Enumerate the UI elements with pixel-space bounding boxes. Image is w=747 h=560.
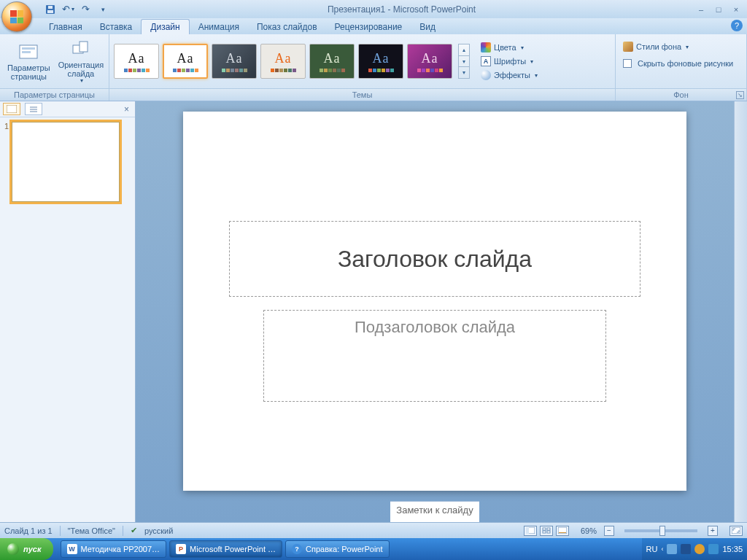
theme-thumb-4[interactable]: Aa [260, 44, 306, 79]
ribbon-tabs: Главная Вставка Дизайн Анимация Показ сл… [0, 18, 747, 34]
slide-editor[interactable]: Заголовок слайда Подзаголовок слайда Зам… [136, 101, 734, 522]
background-styles-button[interactable]: Стили фона▾ [620, 40, 692, 53]
tray-chevron-icon[interactable]: ‹ [661, 545, 663, 553]
svg-rect-1 [47, 10, 53, 13]
svg-rect-17 [547, 531, 550, 533]
status-bar: Слайд 1 из 1 "Тема Office" ✔ русский 69%… [0, 522, 747, 538]
tab-review[interactable]: Рецензирование [326, 20, 411, 34]
view-buttons [523, 526, 569, 536]
panel-close-button[interactable]: × [121, 104, 132, 114]
outline-tab[interactable] [25, 103, 42, 115]
restore-button[interactable]: □ [711, 4, 727, 15]
language-indicator[interactable]: русский [144, 526, 173, 535]
tab-insert[interactable]: Вставка [91, 20, 142, 34]
svg-rect-5 [22, 51, 31, 53]
zoom-percent[interactable]: 69% [581, 526, 597, 535]
tray-icon-4[interactable] [708, 544, 719, 554]
gallery-up-icon[interactable]: ▴ [459, 44, 469, 56]
slides-panel: × 1 [0, 101, 136, 522]
spellcheck-icon[interactable]: ✔ [131, 526, 137, 535]
window-controls: – □ × [693, 4, 744, 15]
qat-customize-icon[interactable]: ▾ [96, 3, 110, 16]
theme-name: "Тема Office" [68, 526, 115, 535]
thumbnail-list[interactable]: 1 [0, 117, 135, 522]
tab-home[interactable]: Главная [40, 20, 91, 34]
group-page-params-label: Параметры страницы [0, 88, 109, 101]
slides-tab[interactable] [3, 103, 20, 115]
svg-rect-16 [543, 531, 546, 533]
zoom-out-button[interactable]: − [604, 526, 614, 536]
checkbox-icon [623, 59, 632, 68]
fonts-button[interactable]: A Шрифты▾ [478, 55, 541, 68]
fit-to-window-button[interactable] [729, 526, 743, 536]
taskbar-item-help[interactable]: ?Справка: PowerPoint [285, 540, 390, 558]
windows-taskbar: пуск WМетодичка PP2007… PMicrosoft Power… [0, 538, 747, 560]
tray-icon-2[interactable] [681, 544, 691, 554]
gallery-down-icon[interactable]: ▾ [459, 56, 469, 68]
vertical-scrollbar[interactable] [734, 101, 747, 522]
office-button[interactable] [1, 1, 32, 32]
powerpoint-icon: P [176, 544, 186, 554]
help-task-icon: ? [292, 544, 302, 554]
slide-thumbnail[interactable] [12, 122, 120, 202]
thumbnail-row[interactable]: 1 [4, 122, 131, 202]
windows-logo-icon [7, 543, 19, 555]
group-page-params: Параметры страницы Ориентация слайда▾ Па… [0, 34, 109, 101]
page-setup-button[interactable]: Параметры страницы [4, 40, 53, 82]
taskbar-item-powerpoint[interactable]: PMicrosoft PowerPoint … [169, 540, 282, 558]
undo-icon[interactable]: ↶▾ [61, 3, 75, 16]
zoom-knob[interactable] [659, 526, 665, 536]
gallery-more-icon[interactable]: ▾ [459, 67, 469, 78]
slide-canvas[interactable]: Заголовок слайда Подзаголовок слайда [183, 112, 686, 491]
theme-thumb-5[interactable]: Aa [309, 44, 355, 79]
sorter-view-button[interactable] [540, 526, 553, 536]
quick-access-toolbar: ↶▾ ↷ ▾ [43, 3, 110, 16]
workspace: × 1 Заголовок слайда Подзаголовок слайда… [0, 101, 747, 522]
theme-thumb-6[interactable]: Aa [358, 44, 403, 79]
hide-bg-graphics-checkbox[interactable]: Скрыть фоновые рисунки [620, 58, 736, 69]
slideshow-view-button[interactable] [556, 526, 569, 536]
themes-gallery[interactable]: Aa Aa Aa Aa Aa Aa Aa ▴▾▾ [114, 44, 470, 79]
zoom-in-button[interactable]: + [708, 526, 718, 536]
theme-thumb-7[interactable]: Aa [407, 44, 452, 79]
effects-button[interactable]: Эффекты▾ [478, 69, 541, 82]
group-background-label: Фон [673, 90, 689, 99]
theme-thumb-1[interactable]: Aa [114, 44, 159, 79]
colors-button[interactable]: Цвета▾ [478, 41, 541, 54]
document-name: Презентация1 [328, 4, 385, 15]
group-background: Стили фона▾ Скрыть фоновые рисунки Фон↘ [616, 34, 747, 101]
tray-icon-1[interactable] [667, 544, 677, 554]
app-name: Microsoft PowerPoint [393, 4, 476, 15]
svg-rect-13 [526, 527, 529, 534]
subtitle-placeholder[interactable]: Подзаголовок слайда [263, 310, 606, 402]
svg-rect-14 [543, 528, 546, 530]
background-launcher-icon[interactable]: ↘ [736, 91, 744, 99]
group-themes: Aa Aa Aa Aa Aa Aa Aa ▴▾▾ Цвета▾ A Шрифты… [109, 34, 616, 101]
minimize-button[interactable]: – [693, 4, 709, 15]
title-placeholder[interactable]: Заголовок слайда [229, 221, 640, 297]
notes-pane[interactable]: Заметки к слайду [390, 501, 479, 522]
save-icon[interactable] [43, 3, 58, 16]
start-button[interactable]: пуск [0, 538, 53, 560]
theme-thumb-3[interactable]: Aa [212, 44, 257, 79]
svg-rect-19 [559, 532, 566, 533]
background-styles-icon [623, 42, 633, 52]
tab-design[interactable]: Дизайн [141, 19, 189, 34]
redo-icon[interactable]: ↷ [78, 3, 93, 16]
taskbar-item-word[interactable]: WМетодичка PP2007… [61, 540, 167, 558]
language-bar[interactable]: RU [646, 545, 658, 553]
tab-animation[interactable]: Анимация [190, 20, 248, 34]
normal-view-button[interactable] [524, 526, 537, 536]
tab-slideshow[interactable]: Показ слайдов [248, 20, 326, 34]
tab-view[interactable]: Вид [411, 20, 444, 34]
themes-gallery-scroll[interactable]: ▴▾▾ [458, 44, 470, 79]
orientation-button[interactable]: Ориентация слайда▾ [55, 37, 107, 86]
zoom-slider[interactable] [624, 529, 697, 532]
tray-icon-3[interactable] [694, 544, 705, 554]
colors-icon [481, 42, 491, 52]
ribbon: Параметры страницы Ориентация слайда▾ Па… [0, 34, 747, 101]
close-button[interactable]: × [728, 4, 744, 15]
theme-thumb-2[interactable]: Aa [163, 44, 208, 79]
help-icon[interactable]: ? [731, 20, 743, 31]
clock[interactable]: 15:35 [722, 545, 743, 553]
